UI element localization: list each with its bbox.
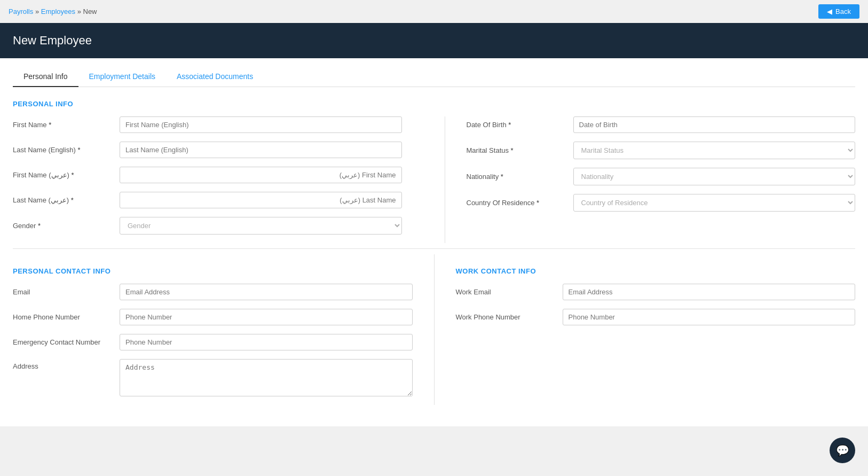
date-of-birth-label: Date Of Birth * xyxy=(467,121,573,129)
last-name-arabic-label: Last Name (عربي) * xyxy=(13,196,120,204)
address-row: Address xyxy=(13,359,413,396)
last-name-english-label: Last Name (English) * xyxy=(13,146,120,154)
gender-row: Gender * Gender Male Female xyxy=(13,217,402,235)
personal-email-input[interactable] xyxy=(120,284,413,300)
breadcrumb-sep-1: » xyxy=(35,7,41,15)
country-of-residence-row: Country Of Residence * Country of Reside… xyxy=(467,194,856,212)
last-name-english-input[interactable] xyxy=(120,142,402,158)
breadcrumb-sep-2: » xyxy=(77,7,83,15)
first-name-arabic-input[interactable] xyxy=(120,167,402,183)
first-name-row: First Name * xyxy=(13,116,402,133)
personal-info-heading: PERSONAL INFO xyxy=(13,87,855,116)
nationality-label: Nationality * xyxy=(467,173,573,181)
first-name-english-input[interactable] xyxy=(120,116,402,133)
work-contact-section: WORK CONTACT INFO Work Email Work Phone … xyxy=(456,254,856,405)
contact-divider xyxy=(434,254,435,405)
breadcrumb-employees[interactable]: Employees xyxy=(41,7,75,15)
emergency-contact-label: Emergency Contact Number xyxy=(13,338,120,346)
breadcrumb: Payrolls » Employees » New xyxy=(9,7,97,15)
work-email-label: Work Email xyxy=(456,288,563,296)
marital-status-select[interactable]: Marital Status Single Married Divorced W… xyxy=(573,142,856,159)
personal-email-label: Email xyxy=(13,288,120,296)
personal-info-right: Date Of Birth * Marital Status * Marital… xyxy=(467,116,856,243)
country-of-residence-select[interactable]: Country of Residence xyxy=(573,194,856,212)
personal-contact-heading: PERSONAL CONTACT INFO xyxy=(13,254,413,284)
breadcrumb-current: New xyxy=(83,7,97,15)
page-header: New Employee xyxy=(0,23,868,58)
emergency-contact-input[interactable] xyxy=(120,334,413,350)
work-contact-heading: WORK CONTACT INFO xyxy=(456,254,856,284)
work-phone-label: Work Phone Number xyxy=(456,313,563,321)
last-name-english-row: Last Name (English) * xyxy=(13,142,402,158)
breadcrumb-payrolls[interactable]: Payrolls xyxy=(9,7,33,15)
personal-info-divider xyxy=(445,116,445,243)
work-phone-input[interactable] xyxy=(563,309,856,325)
country-of-residence-label: Country Of Residence * xyxy=(467,199,573,207)
work-email-row: Work Email xyxy=(456,284,856,300)
first-name-arabic-label: First Name (عربي) * xyxy=(13,171,120,179)
back-button-label: Back xyxy=(835,7,851,15)
page-title: New Employee xyxy=(13,34,92,47)
first-name-arabic-row: First Name (عربي) * xyxy=(13,167,402,183)
tab-personal-info[interactable]: Personal Info xyxy=(13,67,78,87)
address-label: Address xyxy=(13,359,120,370)
home-phone-label: Home Phone Number xyxy=(13,313,120,321)
work-email-input[interactable] xyxy=(563,284,856,300)
marital-status-row: Marital Status * Marital Status Single M… xyxy=(467,142,856,159)
tabs-container: Personal Info Employment Details Associa… xyxy=(13,58,855,87)
nationality-select[interactable]: Nationality xyxy=(573,168,856,185)
nationality-row: Nationality * Nationality xyxy=(467,168,856,185)
section-divider xyxy=(13,248,855,249)
gender-label: Gender * xyxy=(13,222,120,230)
back-arrow-icon: ◀ xyxy=(827,7,832,15)
address-input[interactable] xyxy=(120,359,413,396)
marital-status-label: Marital Status * xyxy=(467,146,573,154)
personal-email-row: Email xyxy=(13,284,413,300)
tab-employment-details[interactable]: Employment Details xyxy=(78,67,167,87)
work-phone-row: Work Phone Number xyxy=(456,309,856,325)
gender-select[interactable]: Gender Male Female xyxy=(120,217,402,235)
home-phone-input[interactable] xyxy=(120,309,413,325)
back-button[interactable]: ◀ Back xyxy=(818,4,859,19)
emergency-contact-row: Emergency Contact Number xyxy=(13,334,413,350)
personal-contact-section: PERSONAL CONTACT INFO Email Home Phone N… xyxy=(13,254,413,405)
tab-associated-documents[interactable]: Associated Documents xyxy=(166,67,264,87)
first-name-label: First Name * xyxy=(13,121,120,129)
personal-info-left: First Name * Last Name (English) * First… xyxy=(13,116,423,243)
last-name-arabic-row: Last Name (عربي) * xyxy=(13,192,402,208)
date-of-birth-row: Date Of Birth * xyxy=(467,116,856,133)
home-phone-row: Home Phone Number xyxy=(13,309,413,325)
date-of-birth-input[interactable] xyxy=(573,116,856,133)
last-name-arabic-input[interactable] xyxy=(120,192,402,208)
